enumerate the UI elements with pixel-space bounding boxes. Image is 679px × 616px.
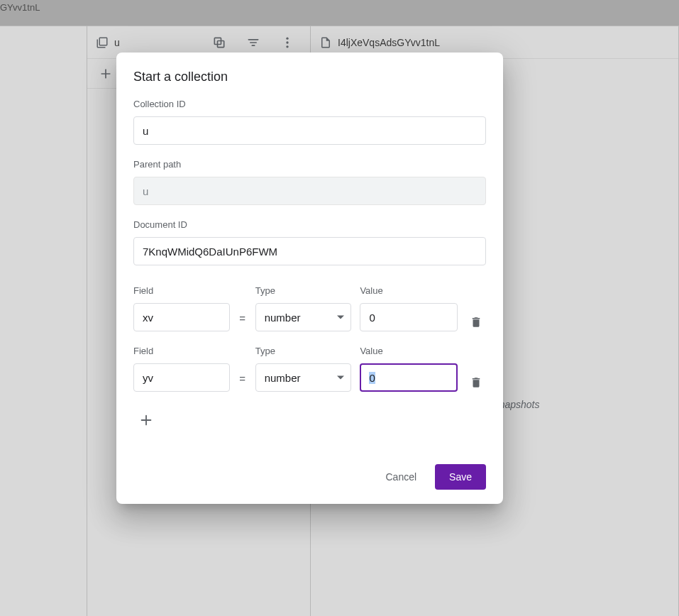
field-value-input[interactable] <box>360 303 458 331</box>
add-field-button[interactable] <box>132 406 160 434</box>
type-label: Type <box>255 285 352 296</box>
document-id-input[interactable] <box>133 237 486 265</box>
field-label: Field <box>133 285 230 296</box>
value-label: Value <box>360 346 458 356</box>
delete-field-button[interactable] <box>466 316 486 331</box>
equals-sign: = <box>238 373 247 392</box>
trash-icon <box>470 316 482 329</box>
field-row: Field = Type Value <box>133 285 486 331</box>
type-select[interactable] <box>255 303 352 331</box>
delete-field-button[interactable] <box>466 376 486 392</box>
field-name-input[interactable] <box>133 363 230 392</box>
field-row: Field = Type Value 0 <box>133 346 486 392</box>
save-button[interactable]: Save <box>435 464 486 490</box>
type-label: Type <box>255 346 352 356</box>
type-select[interactable] <box>255 363 352 392</box>
value-label: Value <box>360 285 458 296</box>
start-collection-dialog: Start a collection Collection ID Parent … <box>116 53 503 504</box>
chevron-down-icon <box>337 316 344 319</box>
field-name-input[interactable] <box>133 303 230 331</box>
modal-overlay: Start a collection Collection ID Parent … <box>0 0 679 616</box>
document-id-label: Document ID <box>133 219 486 230</box>
field-label: Field <box>133 346 230 356</box>
parent-path-label: Parent path <box>133 159 486 170</box>
plus-icon <box>138 412 154 428</box>
collection-id-label: Collection ID <box>133 99 486 109</box>
equals-sign: = <box>238 312 247 331</box>
dialog-title: Start a collection <box>133 70 486 84</box>
chevron-down-icon <box>337 376 344 380</box>
field-value-input[interactable]: 0 <box>360 363 458 392</box>
cancel-button[interactable]: Cancel <box>372 464 429 490</box>
parent-path-input <box>133 177 486 205</box>
collection-id-input[interactable] <box>133 116 486 145</box>
trash-icon <box>470 376 482 389</box>
